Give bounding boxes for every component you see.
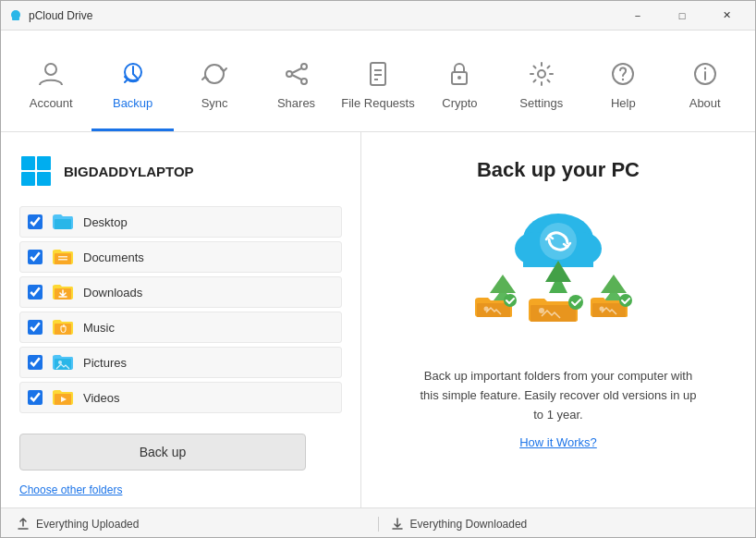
nav-label-crypto: Crypto [442,96,477,110]
folder-icon-documents [52,248,74,266]
nav-item-help[interactable]: Help [582,39,664,131]
nav-item-settings[interactable]: Settings [501,39,582,131]
folder-item-desktop[interactable]: Desktop [19,206,342,238]
nav-item-about[interactable]: About [665,39,746,131]
svg-point-53 [568,295,583,310]
left-panel: BIGDADDYLAPTOP Desktop [1,132,361,507]
svg-rect-1 [12,18,19,20]
app-title: pCloud Drive [29,9,92,22]
folder-icon-music [52,318,74,336]
svg-rect-24 [37,172,51,186]
folder-name-downloads: Downloads [83,286,142,300]
help-icon [606,57,640,91]
nav-label-settings: Settings [519,96,563,110]
folder-checkbox-documents[interactable] [28,250,43,264]
svg-point-49 [484,307,489,312]
nav-label-file-requests: File Requests [341,96,414,110]
computer-header: BIGDADDYLAPTOP [19,154,342,188]
nav-label-account: Account [30,96,73,110]
shares-icon [280,57,313,91]
svg-point-4 [287,71,292,77]
choose-other-folders-link[interactable]: Choose other folders [19,483,342,496]
nav-item-backup[interactable]: Backup [91,39,173,131]
folder-icon-videos [52,388,74,407]
nav-label-about: About [689,96,721,110]
svg-point-41 [540,223,577,260]
maximize-button[interactable]: □ [661,3,703,29]
svg-rect-21 [21,156,35,170]
folder-checkbox-music[interactable] [28,320,43,335]
download-status: Everything Downloaded [390,517,741,532]
svg-point-14 [457,76,461,79]
main-content: BIGDADDYLAPTOP Desktop [1,132,755,507]
nav-item-account[interactable]: Account [10,39,91,131]
sync-icon [198,57,231,91]
nav-label-help: Help [611,96,636,110]
svg-point-2 [45,64,56,75]
folder-name-desktop: Desktop [83,215,128,229]
how-it-works-link[interactable]: How it Works? [519,435,597,449]
svg-rect-31 [55,324,71,335]
svg-line-7 [292,68,301,73]
folder-checkbox-downloads[interactable] [28,285,43,300]
windows-icon [19,154,53,188]
svg-point-34 [58,361,62,364]
title-bar-left: pCloud Drive [8,8,92,23]
status-divider [378,517,379,532]
folder-item-music[interactable]: Music [19,312,342,343]
folder-icon-pictures [52,353,74,372]
minimize-button[interactable]: − [616,3,659,29]
upload-icon [16,517,30,532]
folder-item-documents[interactable]: Documents [19,241,342,273]
nav-label-sync: Sync [201,96,228,110]
nav-item-file-requests[interactable]: File Requests [337,39,419,131]
folder-name-videos: Videos [83,391,120,405]
folder-item-videos[interactable]: Videos [19,382,342,413]
download-status-text: Everything Downloaded [410,518,528,531]
svg-rect-23 [21,172,35,186]
svg-marker-43 [490,275,516,293]
folder-checkbox-pictures[interactable] [28,355,43,370]
backup-icon [116,57,150,91]
svg-point-6 [301,79,307,84]
folder-item-pictures[interactable]: Pictures [19,347,342,378]
svg-rect-27 [58,256,67,258]
backup-button[interactable]: Back up [19,434,306,471]
folder-checkbox-desktop[interactable] [28,214,43,229]
folder-name-pictures: Pictures [83,356,127,370]
about-icon [689,57,722,91]
folder-list: Desktop Documents [19,206,342,413]
close-button[interactable]: ✕ [705,3,748,29]
nav-label-backup: Backup [113,96,152,110]
right-panel: Back up your PC [361,132,755,507]
svg-rect-22 [37,156,51,170]
nav-bar: Account Backup Sync [1,31,755,132]
backup-title: Back up your PC [477,158,640,182]
folder-name-documents: Documents [83,251,144,264]
nav-item-sync[interactable]: Sync [174,39,255,131]
backup-description: Back up important folders from your comp… [420,367,697,424]
svg-point-55 [600,307,604,312]
folder-item-downloads[interactable]: Downloads [19,276,342,308]
svg-point-5 [301,64,307,69]
computer-name: BIGDADDYLAPTOP [64,164,194,179]
upload-status-text: Everything Uploaded [36,518,139,531]
svg-point-15 [538,70,545,78]
svg-line-8 [292,75,301,79]
download-icon [390,517,405,532]
file-requests-icon [361,57,395,91]
nav-label-shares: Shares [277,96,315,110]
settings-icon [525,57,558,91]
folder-icon-desktop [52,213,74,231]
svg-rect-28 [58,259,67,261]
nav-item-shares[interactable]: Shares [255,39,336,131]
title-bar: pCloud Drive − □ ✕ [1,1,755,31]
folder-name-music: Music [83,321,115,335]
folder-checkbox-videos[interactable] [28,390,43,405]
nav-item-crypto[interactable]: Crypto [419,39,500,131]
svg-rect-25 [55,219,71,229]
svg-point-52 [539,308,544,313]
window-controls: − □ ✕ [616,3,748,29]
folder-icon-downloads [52,283,74,301]
svg-marker-47 [601,275,627,293]
